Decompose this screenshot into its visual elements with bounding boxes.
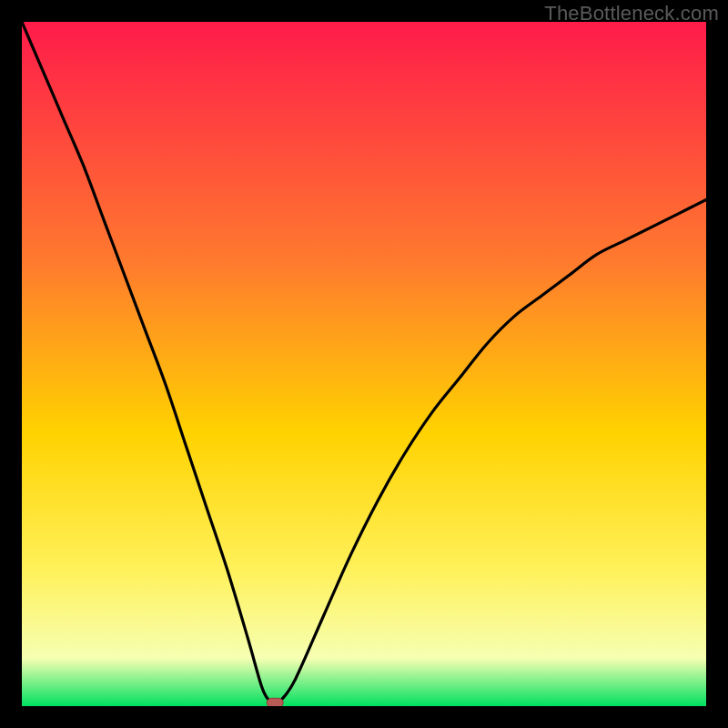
optimal-marker (267, 698, 283, 706)
heat-gradient-background (22, 22, 706, 706)
chart-frame (22, 22, 706, 706)
watermark-text: TheBottleneck.com (544, 2, 719, 25)
bottleneck-chart (22, 22, 706, 706)
